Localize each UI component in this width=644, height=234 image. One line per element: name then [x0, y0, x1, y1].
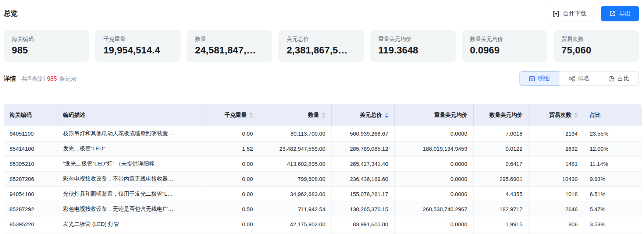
- column-header[interactable]: 千克重量: [206, 104, 259, 126]
- stat-value: 119.3648: [378, 45, 448, 56]
- page-title: 总览: [4, 9, 18, 18]
- table-cell: 85395210: [4, 156, 57, 171]
- tab-detail[interactable]: 明细: [520, 71, 559, 85]
- sort-icons: [385, 112, 388, 118]
- stat-card: 重量美元均价119.3648: [370, 30, 456, 62]
- merge-cells-icon: [552, 10, 559, 17]
- column-header[interactable]: 贸易次数: [529, 104, 584, 126]
- table-cell: 94051100: [4, 126, 57, 141]
- table-cell: 23,482,947,559.00: [259, 141, 331, 156]
- stat-label: 数量: [195, 36, 264, 43]
- stat-value: 24,581,847,…: [195, 45, 264, 56]
- table-cell: 711,942.54: [259, 202, 331, 217]
- column-header: 占比: [584, 104, 642, 126]
- column-label: 编码描述: [63, 112, 85, 119]
- stat-value: 2,381,867,5…: [287, 45, 356, 56]
- table-cell: 0.00: [206, 217, 259, 232]
- table-cell: 23.55%: [584, 126, 642, 141]
- caret-down-icon: [574, 116, 578, 118]
- stat-card: 千克重量19,954,514.4: [95, 30, 181, 62]
- table-cell: 799,608.00: [259, 171, 331, 186]
- table-cell: 10430: [529, 171, 584, 186]
- column-header[interactable]: 数量: [259, 104, 331, 126]
- stats-row: 海关编码985千克重量19,954,514.4数量24,581,847,…美元总…: [4, 30, 639, 62]
- table-cell: 285,789,085.12: [331, 141, 394, 156]
- tab-ranking[interactable]: 排名: [559, 71, 599, 85]
- table-cell: [529, 232, 584, 234]
- table-row: 94054100光伏灯具和照明装置，仅用于发光二极管“L…0.0034,962,…: [4, 186, 642, 202]
- stat-value: 985: [12, 45, 81, 56]
- match-prefix: 共匹配到: [21, 76, 45, 82]
- tab-proportion[interactable]: 占比: [599, 71, 638, 85]
- table-cell: 0.0000: [394, 217, 473, 232]
- column-label: 美元总价: [360, 112, 382, 119]
- merge-download-label: 合并下载: [563, 10, 586, 18]
- caret-down-icon: [322, 116, 325, 118]
- table-row: 85287292彩色电视接收设备，无论是否包含无线电广…0.50711,942.…: [4, 202, 642, 217]
- table-cell: 188,019,134.9459: [394, 141, 473, 156]
- tab-label: 排名: [578, 75, 590, 83]
- top-bar: 总览 合并下载 导出: [0, 0, 644, 24]
- table-cell: 0.0000: [394, 171, 473, 186]
- column-header: 重量美元均价: [394, 104, 473, 126]
- caret-up-icon: [574, 112, 578, 115]
- caret-up-icon: [385, 112, 388, 115]
- table-cell: 80,113,700.00: [259, 126, 331, 141]
- export-icon: [609, 10, 616, 17]
- sort-icons: [249, 112, 253, 118]
- column-label: 占比: [590, 112, 601, 119]
- export-button[interactable]: 导出: [601, 6, 639, 21]
- table-cell: 0.0000: [394, 186, 473, 202]
- table-cell: 806: [529, 217, 584, 232]
- table-row: 85414100发光二极管“LED”1.5223,482,947,559.002…: [4, 141, 642, 156]
- table-cell: 94054100: [4, 186, 57, 202]
- sort-icons: [574, 112, 578, 118]
- table-cell: 2632: [529, 141, 584, 156]
- table-cell: “发光二极管“LED”灯” （未提供详细标…: [57, 156, 206, 171]
- stat-card: 美元总价2,381,867,5…: [278, 30, 364, 62]
- stat-label: 贸易次数: [562, 36, 631, 43]
- top-actions: 合并下载 导出: [545, 6, 639, 21]
- stat-label: 海关编码: [12, 36, 81, 43]
- table-cell: [394, 232, 473, 234]
- stat-card: 数量美元均价0.0969: [462, 30, 547, 62]
- table-body: 94051100枝形吊灯和其他电动天花板或墙壁照明装置…0.0080,113,7…: [4, 126, 642, 234]
- column-label: 数量美元均价: [490, 112, 523, 119]
- column-header: 编码描述: [57, 104, 206, 126]
- table-cell: 85287206: [4, 171, 57, 186]
- merge-download-button[interactable]: 合并下载: [545, 6, 594, 21]
- stat-label: 重量美元均价: [378, 36, 448, 43]
- table-cell: 4.4355: [473, 186, 529, 202]
- table-cell: 295.6901: [473, 171, 529, 186]
- stat-card: 海关编码985: [4, 30, 89, 62]
- stat-card: 数量24,581,847,…: [187, 30, 272, 62]
- table-cell: [331, 232, 394, 234]
- table-cell: 560,939,268.67: [331, 126, 394, 141]
- table-row: 85395210“发光二极管“LED”灯” （未提供详细标…0.00413,60…: [4, 156, 642, 171]
- table-cell: [4, 232, 57, 234]
- table-row: 94051100枝形吊灯和其他电动天花板或墙壁照明装置…0.0080,113,7…: [4, 126, 642, 141]
- table-row-partial: [4, 232, 642, 234]
- table-cell: 0.00: [206, 186, 259, 202]
- table-row: 85287206彩色电视接收设备，不带内置无线电接收器…0.00799,608.…: [4, 171, 642, 186]
- table-cell: [584, 232, 642, 234]
- column-label: 海关编码: [10, 112, 32, 119]
- match-suffix: 条记录: [59, 76, 77, 82]
- table-cell: [206, 232, 259, 234]
- table-cell: 42,175,902.00: [259, 217, 331, 232]
- tab-label: 占比: [618, 75, 629, 83]
- table-cell: 413,602,895.00: [259, 156, 331, 171]
- table-cell: 85414100: [4, 141, 57, 156]
- table-header-row: 海关编码编码描述千克重量数量美元总价重量美元均价数量美元均价贸易次数占比: [4, 104, 642, 126]
- match-count: 985: [47, 76, 57, 82]
- stat-value: 75,060: [562, 45, 631, 56]
- table-cell: 0.00: [206, 171, 259, 186]
- column-header[interactable]: 美元总价: [331, 104, 394, 126]
- column-label: 数量: [308, 112, 319, 119]
- caret-up-icon: [322, 112, 325, 115]
- sort-icons: [322, 112, 325, 118]
- column-header: 海关编码: [4, 104, 57, 126]
- view-tabs: 明细排名占比: [519, 71, 639, 86]
- table-cell: 0.0122: [473, 141, 529, 156]
- table-cell: 0.50: [206, 202, 259, 217]
